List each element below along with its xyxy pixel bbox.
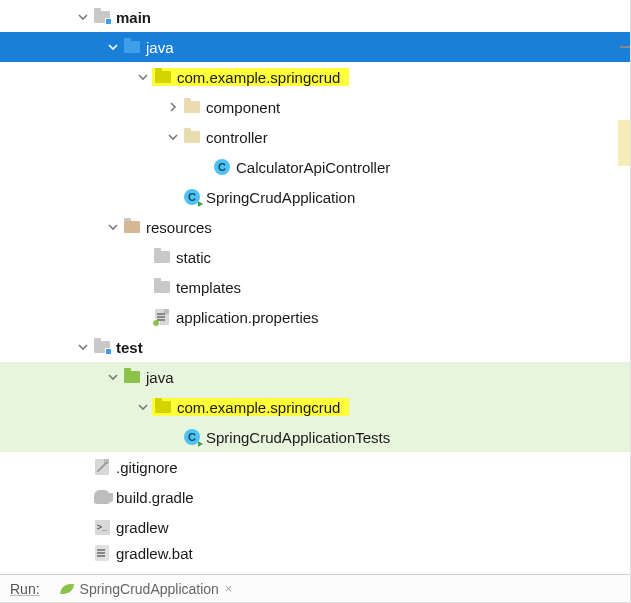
runnable-class-icon: C: [182, 428, 202, 446]
run-tab-name[interactable]: SpringCrudApplication: [80, 581, 219, 597]
tree-label: com.example.springcrud: [177, 69, 348, 86]
tree-label: application.properties: [176, 309, 327, 326]
chevron-down-icon[interactable]: [104, 368, 122, 386]
package-icon: [182, 98, 202, 116]
tree-node-calculator-controller[interactable]: C CalculatorApiController: [0, 152, 630, 182]
source-folder-icon: [122, 38, 142, 56]
tree-node-controller[interactable]: controller: [0, 122, 630, 152]
scrollbar-marker-strip[interactable]: [618, 0, 630, 602]
tree-node-static[interactable]: static: [0, 242, 630, 272]
batch-file-icon: [92, 544, 112, 562]
tree-node-app-properties[interactable]: application.properties: [0, 302, 630, 332]
package-icon: [153, 398, 173, 416]
shell-file-icon: >_: [92, 518, 112, 536]
chevron-down-icon[interactable]: [104, 38, 122, 56]
folder-icon: [92, 338, 112, 356]
folder-icon: [152, 278, 172, 296]
package-icon: [153, 68, 173, 86]
chevron-right-icon[interactable]: [164, 98, 182, 116]
spring-leaf-icon: [60, 584, 74, 594]
tree-node-resources[interactable]: resources: [0, 212, 630, 242]
tree-node-package-test[interactable]: com.example.springcrud: [0, 392, 630, 422]
tree-label: resources: [146, 219, 220, 236]
properties-file-icon: [152, 308, 172, 326]
tree-label: component: [206, 99, 288, 116]
tree-label: SpringCrudApplicationTests: [206, 429, 398, 446]
run-label: Run:: [10, 581, 40, 597]
tree-node-java[interactable]: java: [0, 32, 630, 62]
tree-node-component[interactable]: component: [0, 92, 630, 122]
tree-label: controller: [206, 129, 276, 146]
tree-label: CalculatorApiController: [236, 159, 398, 176]
package-icon: [182, 128, 202, 146]
resources-folder-icon: [122, 218, 142, 236]
runnable-class-icon: C: [182, 188, 202, 206]
test-source-folder-icon: [122, 368, 142, 386]
folder-icon: [92, 8, 112, 26]
gitignore-file-icon: [92, 458, 112, 476]
tree-label: templates: [176, 279, 249, 296]
tree-node-package-main[interactable]: com.example.springcrud: [0, 62, 630, 92]
tree-label: java: [146, 39, 182, 56]
tree-node-gradlew-bat[interactable]: gradlew.bat: [0, 542, 630, 564]
tree-node-templates[interactable]: templates: [0, 272, 630, 302]
chevron-down-icon[interactable]: [164, 128, 182, 146]
gradle-icon: [92, 488, 112, 506]
tree-label: SpringCrudApplication: [206, 189, 363, 206]
tree-label: main: [116, 9, 159, 26]
chevron-down-icon[interactable]: [104, 218, 122, 236]
tree-label: java: [146, 369, 182, 386]
run-tool-window-bar[interactable]: Run: SpringCrudApplication ×: [0, 574, 630, 602]
tree-node-gradlew[interactable]: >_ gradlew: [0, 512, 630, 542]
tree-label: com.example.springcrud: [177, 399, 348, 416]
tree-label: gradlew: [116, 519, 177, 536]
tree-node-spring-crud-app[interactable]: C SpringCrudApplication: [0, 182, 630, 212]
chevron-down-icon[interactable]: [74, 338, 92, 356]
tree-node-build-gradle[interactable]: build.gradle: [0, 482, 630, 512]
chevron-down-icon[interactable]: [134, 68, 152, 86]
chevron-down-icon[interactable]: [74, 8, 92, 26]
close-icon[interactable]: ×: [225, 582, 232, 596]
tree-node-gitignore[interactable]: .gitignore: [0, 452, 630, 482]
folder-icon: [152, 248, 172, 266]
tree-node-test-java[interactable]: java: [0, 362, 630, 392]
tree-label: test: [116, 339, 151, 356]
tree-node-test[interactable]: test: [0, 332, 630, 362]
tree-label: gradlew.bat: [116, 545, 201, 562]
project-tree[interactable]: main java com.example.springcrud compone…: [0, 0, 630, 564]
tree-node-main[interactable]: main: [0, 2, 630, 32]
java-class-icon: C: [212, 158, 232, 176]
tree-node-spring-crud-tests[interactable]: C SpringCrudApplicationTests: [0, 422, 630, 452]
tree-label: build.gradle: [116, 489, 202, 506]
chevron-down-icon[interactable]: [134, 398, 152, 416]
tree-label: .gitignore: [116, 459, 186, 476]
tree-label: static: [176, 249, 219, 266]
